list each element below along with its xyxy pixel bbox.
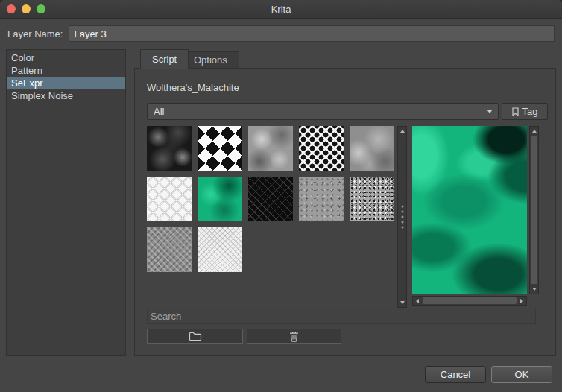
- layer-name-label: Layer Name:: [7, 28, 63, 39]
- scroll-up-icon[interactable]: [398, 127, 406, 136]
- ok-button[interactable]: OK: [491, 366, 552, 383]
- selected-pattern-name: Wolthera's_Malachite: [147, 82, 239, 93]
- scroll-down-icon[interactable]: [398, 298, 406, 307]
- pattern-thumb-gray-smoke[interactable]: [350, 126, 394, 171]
- pattern-grid: [147, 126, 394, 272]
- pattern-preview-image: [412, 126, 527, 294]
- pattern-thumb-speckle-noise[interactable]: [350, 177, 394, 221]
- trash-icon: [289, 331, 299, 342]
- folder-icon: [189, 331, 202, 341]
- minimize-window-icon[interactable]: [22, 4, 31, 13]
- cancel-button[interactable]: Cancel: [425, 366, 486, 383]
- splitter-grip-icon[interactable]: [401, 206, 403, 229]
- pattern-grid-scrollbar[interactable]: [397, 126, 407, 308]
- scrollbar-handle[interactable]: [531, 136, 537, 284]
- script-tab-panel: Wolthera's_Malachite All Tag: [134, 68, 556, 356]
- generator-item-pattern[interactable]: Pattern: [7, 64, 125, 77]
- layer-name-input[interactable]: [69, 25, 555, 42]
- pattern-thumb-halftone-dots[interactable]: [299, 126, 344, 171]
- scroll-right-icon[interactable]: [517, 297, 526, 305]
- scroll-down-icon[interactable]: [530, 285, 538, 294]
- close-window-icon[interactable]: [7, 4, 16, 13]
- pattern-thumb-gray-granite[interactable]: [299, 177, 344, 221]
- pattern-thumb-white-scales[interactable]: [147, 177, 192, 221]
- preview-horizontal-scrollbar[interactable]: [412, 296, 527, 306]
- scroll-left-icon[interactable]: [413, 297, 422, 305]
- delete-resource-button[interactable]: [247, 329, 341, 344]
- pattern-thumb-gray-marble[interactable]: [248, 126, 293, 171]
- zoom-window-icon[interactable]: [37, 4, 45, 13]
- tab-options[interactable]: Options: [182, 51, 239, 69]
- import-resource-button[interactable]: [147, 329, 243, 344]
- tab-script[interactable]: Script: [140, 49, 189, 69]
- window-title: Krita: [0, 0, 562, 19]
- pattern-search-input[interactable]: [147, 309, 536, 324]
- generator-item-color[interactable]: Color: [7, 51, 125, 64]
- titlebar[interactable]: Krita: [0, 0, 562, 19]
- pattern-thumb-dark-marble[interactable]: [147, 126, 192, 171]
- scrollbar-track[interactable]: [530, 136, 538, 285]
- pattern-thumb-bw-triangle-mosaic[interactable]: [198, 126, 242, 171]
- layer-name-row: Layer Name:: [0, 19, 562, 48]
- generator-type-list[interactable]: ColorPatternSeExprSimplex Noise: [6, 49, 126, 356]
- generator-item-seexpr[interactable]: SeExpr: [7, 77, 125, 89]
- pattern-thumb-black-zigzag[interactable]: [248, 177, 293, 221]
- generator-tab-widget: Script Options Wolthera's_Malachite All …: [134, 49, 556, 356]
- krita-dialog-window: Krita Layer Name: ColorPatternSeExprSimp…: [0, 0, 562, 392]
- tag-button[interactable]: Tag: [502, 103, 548, 120]
- tag-filter-value: All: [148, 106, 482, 117]
- generator-item-simplex-noise[interactable]: Simplex Noise: [7, 89, 125, 102]
- tag-filter-dropdown[interactable]: All: [147, 103, 499, 120]
- pattern-thumb-gray-weave[interactable]: [147, 227, 192, 272]
- scrollbar-track[interactable]: [422, 297, 517, 305]
- bookmark-icon: [512, 107, 519, 116]
- pattern-thumb-light-crosshatch[interactable]: [198, 227, 242, 272]
- scroll-up-icon[interactable]: [530, 127, 538, 136]
- pattern-thumb-green-malachite[interactable]: [198, 177, 242, 221]
- traffic-lights: [7, 4, 45, 13]
- preview-vertical-scrollbar[interactable]: [529, 126, 539, 294]
- chevron-down-icon: [482, 110, 498, 113]
- scrollbar-track[interactable]: [398, 136, 406, 298]
- tag-button-label: Tag: [522, 106, 538, 117]
- scrollbar-handle[interactable]: [423, 297, 517, 304]
